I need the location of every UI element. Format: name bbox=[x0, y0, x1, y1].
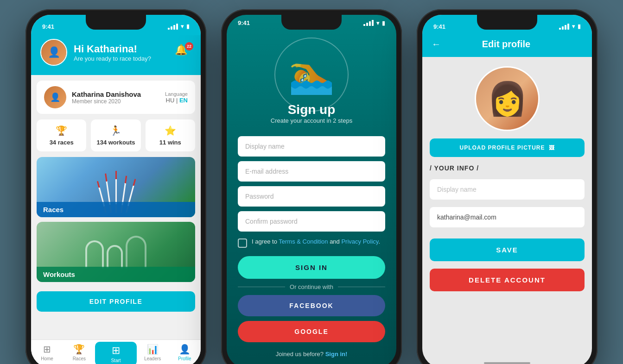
sign-in-link[interactable]: Sign in! bbox=[325, 351, 348, 358]
privacy-link[interactable]: Privacy Policy bbox=[341, 238, 378, 245]
delete-account-button[interactable]: DELETE ACCOUNT bbox=[430, 269, 585, 291]
running-icon: 🏃 bbox=[110, 125, 121, 136]
edit-email[interactable] bbox=[430, 207, 585, 227]
status-time-2: 9:41 bbox=[238, 19, 250, 26]
greeting: Hi Katharina! bbox=[74, 43, 168, 55]
wifi-icon-3: ▾ bbox=[572, 23, 575, 30]
signup-subtitle: Create your account in 2 steps bbox=[271, 117, 352, 124]
notification-badge: 22 bbox=[185, 42, 193, 50]
lang-divider: | bbox=[176, 97, 179, 104]
leaders-icon: 📊 bbox=[147, 344, 159, 355]
or-divider: Or continue with bbox=[238, 283, 385, 290]
upload-label: UPLOAD PROFILE PICTURE bbox=[459, 144, 545, 151]
edit-profile-button[interactable]: EDIT PROFILE bbox=[37, 291, 195, 312]
stat-wins: ⭐ 11 wins bbox=[146, 119, 195, 151]
phone-signup: 9:41 ▾ ▮ 🏊 Sign up Create your account i… bbox=[221, 9, 402, 364]
divider-right bbox=[338, 287, 385, 287]
edit-title: Edit profile bbox=[447, 39, 565, 50]
photo-placeholder: 👩 bbox=[476, 68, 538, 130]
edit-display-name[interactable] bbox=[430, 179, 585, 200]
save-button[interactable]: SAVE bbox=[430, 238, 585, 261]
profile-name: Katharina Danishova bbox=[72, 90, 141, 98]
profile-photo-container: 👩 bbox=[475, 66, 540, 131]
back-button[interactable]: ← bbox=[432, 39, 441, 50]
google-button[interactable]: GOOGLE bbox=[238, 321, 385, 342]
battery-icon-2: ▮ bbox=[382, 20, 385, 26]
notch-3 bbox=[477, 15, 537, 30]
terms-checkbox[interactable] bbox=[238, 238, 247, 248]
workouts-label: Workouts bbox=[37, 267, 195, 282]
wifi-icon: ▾ bbox=[181, 23, 184, 30]
lang-hu[interactable]: HU bbox=[166, 97, 175, 104]
signal-icon-2 bbox=[363, 20, 374, 26]
home-bar-3 bbox=[484, 362, 530, 364]
signal-icon bbox=[168, 24, 178, 30]
nav-home[interactable]: ⊞ Home bbox=[31, 344, 63, 364]
edit-profile-header: ← Edit profile bbox=[422, 35, 592, 57]
diver-icon: 🏊 bbox=[288, 53, 335, 96]
phone-edit-profile: 9:41 ▾ ▮ ← Edit profile bbox=[417, 9, 598, 364]
display-name-input[interactable] bbox=[238, 136, 385, 157]
workouts-card[interactable]: Workouts bbox=[37, 222, 195, 282]
notch bbox=[86, 15, 146, 30]
profile-details: Katharina Danishova Member since 2020 bbox=[72, 90, 141, 105]
divider-left bbox=[238, 287, 285, 287]
status-time: 9:41 bbox=[42, 23, 54, 30]
bottom-nav: ⊞ Home 🏆 Races ⊞ Start 📊 Leaders 👤 Profi… bbox=[31, 339, 201, 364]
profile-header: 👤 Hi Katharina! Are you ready to race to… bbox=[31, 35, 201, 75]
signup-form: I agree to Terms & Condition and Privacy… bbox=[227, 136, 396, 363]
battery-icon: ▮ bbox=[186, 23, 190, 30]
terms-text: I agree to Terms & Condition and Privacy… bbox=[252, 238, 380, 245]
wifi-icon-2: ▾ bbox=[376, 20, 379, 26]
edit-body: 👩 UPLOAD PROFILE PICTURE 🖼 / YOUR INFO /… bbox=[422, 57, 592, 358]
profile-since: Member since 2020 bbox=[72, 98, 141, 105]
language-label: Language bbox=[165, 91, 188, 97]
nav-profile[interactable]: 👤 Profile bbox=[169, 344, 201, 364]
nav-start[interactable]: ⊞ Start bbox=[95, 342, 136, 364]
notch-2 bbox=[281, 15, 342, 30]
profile-info-row: 👤 Katharina Danishova Member since 2020 … bbox=[37, 81, 195, 114]
upload-profile-picture-button[interactable]: UPLOAD PROFILE PICTURE 🖼 bbox=[430, 138, 585, 157]
stat-workouts: 🏃 134 workouts bbox=[91, 119, 140, 151]
trophy-icon: 🏆 bbox=[56, 125, 67, 136]
profile-icon: 👤 bbox=[179, 344, 191, 355]
sign-in-button[interactable]: SIGN IN bbox=[238, 256, 385, 279]
workouts-count: 134 workouts bbox=[96, 139, 135, 146]
nav-races[interactable]: 🏆 Races bbox=[63, 344, 95, 364]
or-text: Or continue with bbox=[290, 283, 333, 290]
notification-button[interactable]: 🔔 22 bbox=[175, 44, 191, 61]
nav-leaders[interactable]: 📊 Leaders bbox=[137, 344, 169, 364]
signal-icon-3 bbox=[559, 24, 569, 30]
profile-avatar-small: 👤 bbox=[44, 86, 66, 108]
star-icon: ⭐ bbox=[165, 125, 176, 136]
lang-en[interactable]: EN bbox=[179, 97, 188, 104]
status-icons-2: ▾ ▮ bbox=[363, 20, 385, 26]
profile-photo: 👩 bbox=[475, 66, 540, 131]
races-label: Races bbox=[37, 202, 195, 217]
facebook-button[interactable]: FACEBOOK bbox=[238, 295, 385, 316]
password-input[interactable] bbox=[238, 186, 385, 207]
signup-hero: 🏊 Sign up Create your account in 2 steps bbox=[227, 28, 396, 136]
joined-row: Joined us before? Sign in! bbox=[238, 347, 385, 363]
races-icon: 🏆 bbox=[73, 344, 85, 355]
races-card[interactable]: Races bbox=[37, 157, 195, 217]
terms-link[interactable]: Terms & Condition bbox=[279, 238, 328, 245]
language-options: HU | EN bbox=[165, 97, 188, 104]
status-icons: ▾ ▮ bbox=[168, 23, 190, 30]
start-icon: ⊞ bbox=[112, 345, 120, 357]
stats-row: 🏆 34 races 🏃 134 workouts ⭐ 11 wins bbox=[37, 119, 195, 151]
battery-icon-3: ▮ bbox=[578, 23, 581, 30]
home-indicator-3 bbox=[422, 358, 592, 364]
upload-icon: 🖼 bbox=[549, 144, 555, 151]
terms-row: I agree to Terms & Condition and Privacy… bbox=[238, 236, 385, 250]
confirm-password-input[interactable] bbox=[238, 211, 385, 232]
stat-races: 🏆 34 races bbox=[37, 119, 86, 151]
language-selector: Language HU | EN bbox=[165, 91, 188, 104]
header-text: Hi Katharina! Are you ready to race toda… bbox=[74, 43, 168, 62]
avatar: 👤 bbox=[40, 39, 67, 66]
your-info-label: / YOUR INFO / bbox=[430, 164, 585, 172]
hero-graphic: 🏊 bbox=[274, 38, 349, 112]
email-input[interactable] bbox=[238, 161, 385, 182]
home-icon: ⊞ bbox=[43, 344, 51, 355]
status-time-3: 9:41 bbox=[433, 23, 445, 30]
